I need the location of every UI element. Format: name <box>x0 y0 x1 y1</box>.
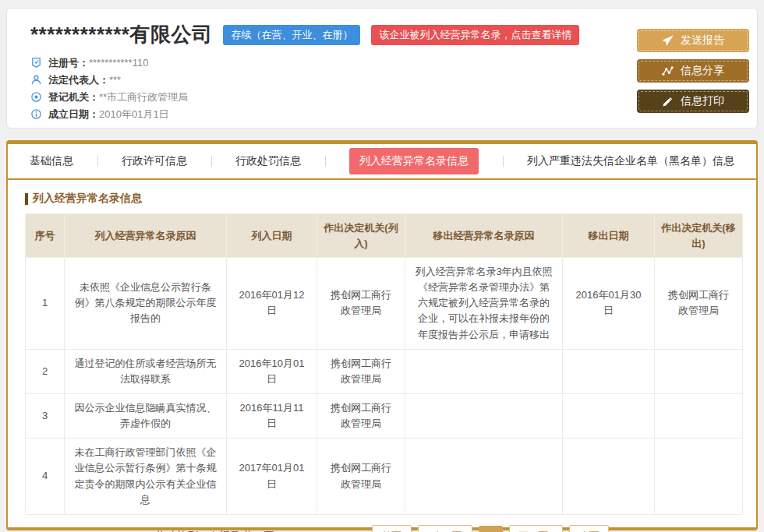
table-row: 2 通过登记的住所或者经营场所无法取得联系 2016年10月01日 携创网工商行… <box>26 349 743 393</box>
tab-blacklist[interactable]: 列入严重违法失信企业名单（黑名单）信息 <box>527 154 734 168</box>
cell-remove-reason <box>405 349 563 393</box>
cell-list-reason: 未在工商行政管理部门依照《企业信息公示暂行条例》第十条规定责令的期限内公示有关企… <box>65 439 227 515</box>
print-icon <box>662 96 674 107</box>
pagination-bar: 共 查询到 4 条记录 共 1 页 首页 ◂上一页 1 下一页▸ 末页 <box>25 525 739 532</box>
panel-content: 列入经营异常名录信息 序号 列入经营异常名录原因 列入日期 作出决定机关(列入)… <box>8 192 756 532</box>
info-value: ***********110 <box>89 57 148 69</box>
cell-index: 4 <box>26 439 65 515</box>
cell-list-date: 2016年10月01日 <box>227 349 317 393</box>
cell-remove-authority <box>655 439 743 515</box>
person-icon <box>30 74 42 86</box>
location-icon <box>30 91 42 103</box>
cell-remove-date <box>563 439 655 515</box>
table-header-row: 序号 列入经营异常名录原因 列入日期 作出决定机关(列入) 移出经营异常名录原因… <box>26 214 743 258</box>
cell-list-authority: 携创网工商行政管理局 <box>317 349 405 393</box>
action-button-label: 信息打印 <box>681 94 724 108</box>
status-badge: 存续（在营、开业、在册） <box>223 25 360 45</box>
cell-remove-reason: 列入经营异常名录3年内且依照《经营异常名录管理办法》第六规定被列入经营异常名录的… <box>405 258 563 350</box>
cell-remove-authority <box>655 349 743 393</box>
col-header-remove-authority: 作出决定机关(移出) <box>655 214 743 258</box>
section-title-bar <box>25 193 28 205</box>
info-label: 注册号： <box>48 56 89 70</box>
cell-remove-reason <box>405 439 563 515</box>
cell-index: 1 <box>26 258 65 350</box>
abnormal-records-table: 序号 列入经营异常名录原因 列入日期 作出决定机关(列入) 移出经营异常名录原因… <box>25 213 743 515</box>
cell-list-authority: 携创网工商行政管理局 <box>317 393 405 438</box>
info-value: *** <box>109 74 121 86</box>
cell-index: 2 <box>26 349 65 393</box>
cell-list-authority: 携创网工商行政管理局 <box>317 258 405 350</box>
share-info-button[interactable]: 信息分享 <box>637 59 749 83</box>
tab-admin-license[interactable]: 行政许可信息 <box>122 154 187 168</box>
last-page-button[interactable]: 末页 <box>569 525 609 532</box>
first-page-button[interactable]: 首页 <box>372 525 412 532</box>
detail-panel: 基础信息 行政许可信息 行政处罚信息 列入经营异常名录信息 列入严重违法失信企业… <box>6 140 758 530</box>
registration-icon <box>30 57 42 69</box>
cell-list-reason: 通过登记的住所或者经营场所无法取得联系 <box>65 349 227 393</box>
share-icon <box>662 65 674 77</box>
current-page-button[interactable]: 1 <box>479 526 503 532</box>
tab-divider <box>503 156 504 167</box>
cell-remove-reason <box>405 393 563 438</box>
tab-basic-info[interactable]: 基础信息 <box>30 154 73 168</box>
send-icon <box>662 35 674 47</box>
cell-remove-authority: 携创网工商行政管理局 <box>655 258 743 350</box>
info-icon <box>30 108 42 120</box>
tab-divider <box>325 156 326 167</box>
section-title-text: 列入经营异常名录信息 <box>33 192 142 206</box>
send-report-button[interactable]: 发送报告 <box>637 29 749 52</box>
tab-divider <box>97 156 98 167</box>
cell-index: 3 <box>26 393 65 438</box>
pagination-buttons: 首页 ◂上一页 1 下一页▸ 末页 <box>372 525 610 532</box>
section-title: 列入经营异常名录信息 <box>25 192 739 206</box>
company-name: ************有限公司 <box>30 21 212 48</box>
info-label: 成立日期： <box>48 107 99 122</box>
action-button-label: 发送报告 <box>681 33 724 48</box>
cell-remove-date <box>563 349 655 393</box>
tab-bar: 基础信息 行政许可信息 行政处罚信息 列入经营异常名录信息 列入严重违法失信企业… <box>8 144 756 180</box>
col-header-list-reason: 列入经营异常名录原因 <box>65 214 227 258</box>
col-header-list-authority: 作出决定机关(列入) <box>317 214 405 258</box>
prev-page-button[interactable]: ◂上一页 <box>418 525 472 532</box>
table-row: 4 未在工商行政管理部门依照《企业信息公示暂行条例》第十条规定责令的期限内公示有… <box>26 439 743 515</box>
info-value: **市工商行政管理局 <box>99 90 188 104</box>
print-info-button[interactable]: 信息打印 <box>637 90 749 113</box>
tab-admin-penalty[interactable]: 行政处罚信息 <box>235 154 301 168</box>
cell-list-date: 2016年11月11日 <box>227 393 317 438</box>
abnormal-warning-badge[interactable]: 该企业被列入经营异常名录，点击查看详情 <box>371 25 579 45</box>
cell-remove-authority <box>655 393 743 438</box>
company-card: ************有限公司 存续（在营、开业、在册） 该企业被列入经营异常… <box>6 8 758 129</box>
col-header-list-date: 列入日期 <box>227 214 317 258</box>
cell-remove-date <box>563 393 655 438</box>
next-page-button[interactable]: 下一页▸ <box>509 525 564 532</box>
cell-list-reason: 因公示企业信息隐瞒真实情况、弄虚作假的 <box>65 393 227 438</box>
info-label: 法定代表人： <box>48 73 109 87</box>
action-buttons: 发送报告 信息分享 信息打印 <box>637 29 749 120</box>
tab-divider <box>211 156 212 167</box>
info-value: 2010年01月1日 <box>99 107 169 122</box>
cell-list-date: 2017年01月01日 <box>227 439 317 515</box>
cell-list-date: 2016年01月12日 <box>227 258 317 350</box>
action-button-label: 信息分享 <box>681 64 724 78</box>
tab-abnormal-list[interactable]: 列入经营异常名录信息 <box>349 148 479 174</box>
col-header-index: 序号 <box>26 214 65 258</box>
record-count-summary: 共 查询到 4 条记录 共 1 页 <box>155 529 274 532</box>
cell-remove-date: 2016年01月30日 <box>563 258 655 350</box>
cell-list-authority: 携创网工商行政管理局 <box>317 439 405 515</box>
col-header-remove-reason: 移出经营异常名录原因 <box>405 214 563 258</box>
col-header-remove-date: 移出日期 <box>563 214 655 258</box>
info-label: 登记机关： <box>48 90 99 104</box>
table-row: 3 因公示企业信息隐瞒真实情况、弄虚作假的 2016年11月11日 携创网工商行… <box>26 393 743 438</box>
table-row: 1 未依照《企业信息公示暂行条例》第八条规定的期限公示年度报告的 2016年01… <box>26 258 743 350</box>
cell-list-reason: 未依照《企业信息公示暂行条例》第八条规定的期限公示年度报告的 <box>65 258 227 350</box>
